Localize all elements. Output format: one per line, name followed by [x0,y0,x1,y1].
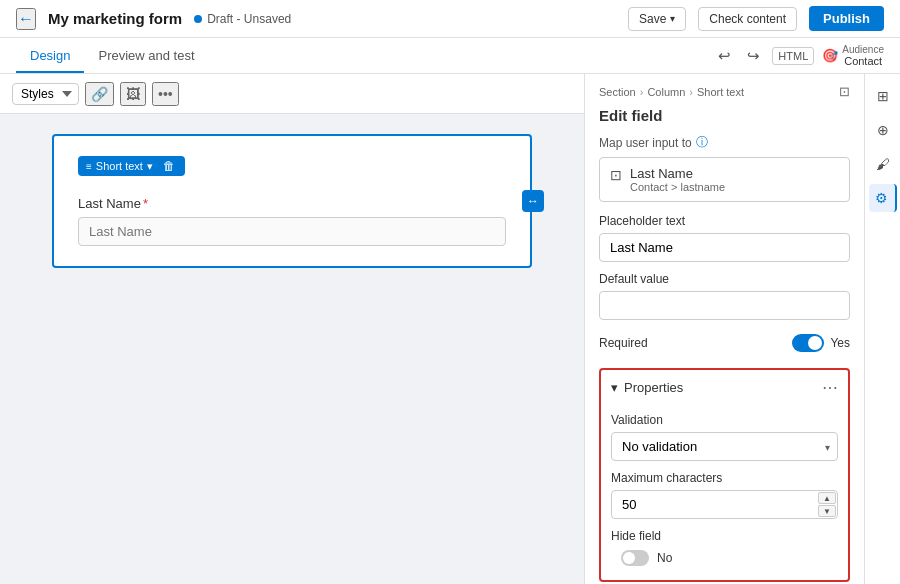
default-value-label: Default value [599,272,850,286]
required-yes-label: Yes [830,336,850,350]
field-input[interactable] [78,217,506,246]
spinners: ▲ ▼ [818,492,836,517]
save-button[interactable]: Save ▾ [628,7,686,31]
tabs-row: Design Preview and test ↩ ↪ HTML 🎯 Audie… [0,38,900,74]
status-dot-icon [194,15,202,23]
side-icons: ⊞ ⊕ 🖌 ⚙ [864,74,900,584]
status-badge: Draft - Unsaved [194,12,291,26]
html-button[interactable]: HTML [772,47,814,65]
panel-resize-icon[interactable]: ⊡ [839,84,850,99]
map-field-info: Last Name Contact > lastname [630,166,725,193]
panel-title: Edit field [599,107,662,124]
properties-header[interactable]: ▾ Properties ⋯ [601,370,848,405]
audience-button[interactable]: 🎯 Audience Contact [822,44,884,67]
main-area: Styles 🔗 🖼 ••• ≡ Short text ▾ 🗑 Last Nam… [0,74,900,584]
field-icon: ⊡ [610,167,622,183]
save-chevron-icon: ▾ [670,13,675,24]
required-section: Required Yes [585,330,864,362]
canvas-area: Styles 🔗 🖼 ••• ≡ Short text ▾ 🗑 Last Nam… [0,74,584,584]
header: ← My marketing form Draft - Unsaved Save… [0,0,900,38]
toggle-small-knob [623,552,635,564]
audience-icon: 🎯 [822,48,838,63]
max-chars-input[interactable] [611,490,838,519]
add-icon-button[interactable]: ⊕ [869,116,897,144]
form-card: ≡ Short text ▾ 🗑 Last Name* ↔ [52,134,532,268]
properties-more-icon[interactable]: ⋯ [822,378,838,397]
publish-button[interactable]: Publish [809,6,884,31]
map-label: Map user input to ⓘ [599,134,850,151]
tab-preview[interactable]: Preview and test [84,40,208,73]
settings-icon-button[interactable]: ⚙ [869,184,897,212]
max-chars-label: Maximum characters [611,471,838,485]
canvas-content: ≡ Short text ▾ 🗑 Last Name* ↔ [0,114,584,288]
hide-field-row: No [611,548,838,572]
back-button[interactable]: ← [16,8,36,30]
move-field-button[interactable]: ↔ [522,190,544,212]
toggle-knob [808,336,822,350]
properties-body: Validation No validation ▾ Maximum chara… [601,405,848,580]
brush-icon-button[interactable]: 🖌 [869,150,897,178]
panel-header: Edit field [585,103,864,134]
map-section: Map user input to ⓘ ⊡ Last Name Contact … [585,134,864,214]
placeholder-section: Placeholder text [585,214,864,272]
spin-down-button[interactable]: ▼ [818,505,836,517]
image-icon[interactable]: 🖼 [120,82,146,106]
delete-badge-button[interactable]: 🗑 [161,159,177,173]
breadcrumb: Section › Column › Short text ⊡ [585,74,864,103]
hide-field-label: Hide field [611,529,838,543]
max-chars-wrap: ▲ ▼ [611,490,838,519]
validation-label: Validation [611,413,838,427]
canvas-toolbar: Styles 🔗 🖼 ••• [0,74,584,114]
check-content-button[interactable]: Check content [698,7,797,31]
more-icon[interactable]: ••• [152,82,179,106]
field-type-badge: ≡ Short text ▾ 🗑 [78,156,185,176]
required-toggle[interactable] [792,334,824,352]
properties-title: ▾ Properties [611,380,683,395]
short-text-icon: ≡ [86,161,92,172]
undo-button[interactable]: ↩ [714,45,735,67]
chevron-down-icon: ▾ [611,380,618,395]
grid-icon-button[interactable]: ⊞ [869,82,897,110]
chevron-down-icon: ▾ [147,160,153,173]
map-field-box[interactable]: ⊡ Last Name Contact > lastname [599,157,850,202]
right-panel: Section › Column › Short text ⊡ Edit fie… [584,74,864,584]
tab-design[interactable]: Design [16,40,84,73]
validation-select-wrap: No validation ▾ [611,432,838,461]
default-value-section: Default value [585,272,864,330]
spin-up-button[interactable]: ▲ [818,492,836,504]
required-label: Required [599,336,648,350]
hide-value-label: No [657,551,672,565]
styles-select[interactable]: Styles [12,83,79,105]
properties-section: ▾ Properties ⋯ Validation No validation … [599,368,850,582]
page-title: My marketing form [48,10,182,27]
placeholder-label: Placeholder text [599,214,850,228]
hide-field-toggle[interactable] [621,550,649,566]
info-icon[interactable]: ⓘ [696,134,708,151]
redo-button[interactable]: ↪ [743,45,764,67]
default-value-input[interactable] [599,291,850,320]
validation-select[interactable]: No validation [611,432,838,461]
tabs-right: ↩ ↪ HTML 🎯 Audience Contact [714,44,884,67]
tabs: Design Preview and test [16,40,209,72]
link-icon[interactable]: 🔗 [85,82,114,106]
placeholder-input[interactable] [599,233,850,262]
field-label: Last Name* [78,196,506,211]
